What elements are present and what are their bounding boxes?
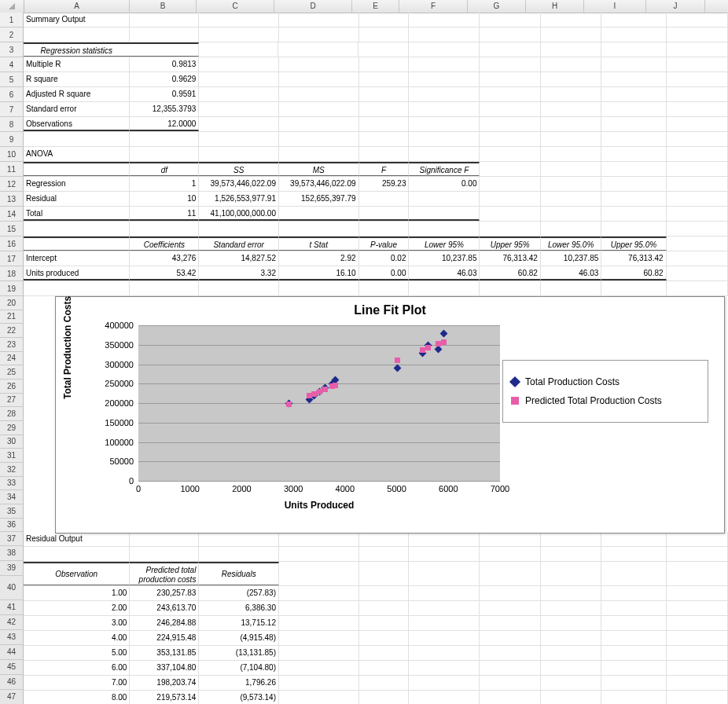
row-header-27[interactable]: 27 (0, 394, 24, 408)
reg-stat-label[interactable]: Multiple R (24, 57, 130, 72)
data-point (395, 358, 400, 363)
select-all-corner[interactable] (0, 0, 24, 13)
row-header-38[interactable]: 38 (0, 546, 24, 561)
row-header-20[interactable]: 20 (0, 296, 24, 310)
row-header-2[interactable]: 2 (0, 28, 24, 42)
row-header-30[interactable]: 30 (0, 435, 24, 449)
cell-A1[interactable]: Summary Output (24, 13, 130, 27)
row-header-24[interactable]: 24 (0, 352, 24, 366)
col-header-E[interactable]: E (352, 0, 399, 13)
col-header-D[interactable]: D (274, 0, 352, 13)
row-header-44[interactable]: 44 (0, 645, 24, 660)
data-point (441, 339, 447, 345)
row-header-8[interactable]: 8 (0, 117, 24, 132)
row-header-26[interactable]: 26 (0, 380, 24, 394)
residual-row: 6.00337,104.80(7,104.80) (24, 661, 728, 676)
column-header-row: A B C D E F G H I J (0, 0, 728, 13)
data-point (439, 329, 447, 337)
data-point (322, 387, 328, 392)
row-header-22[interactable]: 22 (0, 324, 24, 338)
line-fit-chart[interactable]: Line Fit Plot Total Production Costs 050… (55, 296, 725, 534)
col-header-B[interactable]: B (130, 0, 197, 13)
sheet-grid[interactable]: Summary Output Regression statistics Mul… (24, 13, 728, 704)
col-header-F[interactable]: F (399, 0, 468, 13)
row-header-10[interactable]: 10 (0, 147, 24, 162)
row-header-41[interactable]: 41 (0, 600, 24, 615)
anova-header[interactable]: ANOVA (24, 147, 130, 161)
data-point (286, 402, 292, 407)
row-header-9[interactable]: 9 (0, 132, 24, 147)
row-header-31[interactable]: 31 (0, 449, 24, 463)
col-header-I[interactable]: I (584, 0, 646, 13)
row-header-46[interactable]: 46 (0, 675, 24, 690)
plot-area: 0500001000001500002000002500003000003500… (138, 325, 500, 481)
diamond-marker-icon (509, 376, 520, 387)
reg-stats-header[interactable]: Regression statistics (24, 42, 130, 57)
residual-row: 2.00243,613.706,386.30 (24, 601, 728, 616)
row-header-28[interactable]: 28 (0, 407, 24, 421)
row-header-13[interactable]: 13 (0, 192, 24, 207)
row-header-25[interactable]: 25 (0, 365, 24, 380)
data-point (311, 391, 317, 397)
residual-row: 7.00198,203.741,796.26 (24, 676, 728, 691)
row-header-column: 1234567891011121314151617181920212223242… (0, 13, 24, 704)
row-header-47[interactable]: 47 (0, 690, 24, 704)
data-point (425, 345, 431, 350)
square-marker-icon (511, 397, 519, 405)
residual-row: 8.00219,573.14(9,573.14) (24, 691, 728, 704)
row-header-43[interactable]: 43 (0, 630, 24, 645)
data-point (333, 383, 338, 388)
row-header-5[interactable]: 5 (0, 72, 24, 87)
row-header-19[interactable]: 19 (0, 281, 24, 296)
row-header-18[interactable]: 18 (0, 266, 24, 281)
row-header-7[interactable]: 7 (0, 102, 24, 117)
row-header-17[interactable]: 17 (0, 251, 24, 266)
row-header-42[interactable]: 42 (0, 615, 24, 630)
row-1: Summary Output (24, 13, 728, 28)
row-header-39[interactable]: 39 (0, 561, 24, 576)
residual-row: 5.00353,131.85(13,131.85) (24, 646, 728, 661)
row-header-32[interactable]: 32 (0, 463, 24, 477)
residual-header[interactable]: Residual Output (24, 532, 130, 546)
residual-row: 4.00224,915.48(4,915.48) (24, 631, 728, 646)
row-header-33[interactable]: 33 (0, 477, 24, 491)
spreadsheet: A B C D E F G H I J 12345678910111213141… (0, 0, 728, 704)
chart-ylabel: Total Production Costs (62, 296, 73, 399)
col-header-J[interactable]: J (646, 0, 705, 13)
row-header-36[interactable]: 36 (0, 519, 24, 533)
residual-row: 3.00246,284.8813,715.12 (24, 616, 728, 631)
data-point (393, 365, 401, 372)
row-header-3[interactable]: 3 (0, 42, 24, 57)
row-header-21[interactable]: 21 (0, 310, 24, 324)
col-header-G[interactable]: G (468, 0, 526, 13)
chart-xlabel: Units Produced (138, 500, 500, 511)
row-header-23[interactable]: 23 (0, 338, 24, 352)
row-header-40[interactable]: 40 (0, 576, 24, 600)
row-header-1[interactable]: 1 (0, 13, 24, 28)
col-header-C[interactable]: C (197, 0, 274, 13)
row-header-37[interactable]: 37 (0, 532, 24, 546)
row-header-16[interactable]: 16 (0, 236, 24, 251)
row-header-11[interactable]: 11 (0, 162, 24, 177)
chart-legend: Total Production Costs Predicted Total P… (502, 360, 708, 423)
legend-item-predicted: Predicted Total Production Costs (511, 395, 700, 406)
row-header-34[interactable]: 34 (0, 490, 24, 504)
row-header-4[interactable]: 4 (0, 57, 24, 72)
col-header-A[interactable]: A (24, 0, 130, 13)
row-header-14[interactable]: 14 (0, 207, 24, 222)
row-header-35[interactable]: 35 (0, 504, 24, 519)
row-header-12[interactable]: 12 (0, 177, 24, 192)
chart-title: Line Fit Plot (56, 303, 724, 317)
legend-item-actual: Total Production Costs (511, 376, 700, 387)
residual-row: 1.00230,257.83(257.83) (24, 586, 728, 601)
data-point (307, 393, 312, 398)
row-header-15[interactable]: 15 (0, 222, 24, 236)
row-header-6[interactable]: 6 (0, 87, 24, 102)
row-header-29[interactable]: 29 (0, 421, 24, 435)
row-header-45[interactable]: 45 (0, 660, 24, 675)
col-header-H[interactable]: H (526, 0, 584, 13)
